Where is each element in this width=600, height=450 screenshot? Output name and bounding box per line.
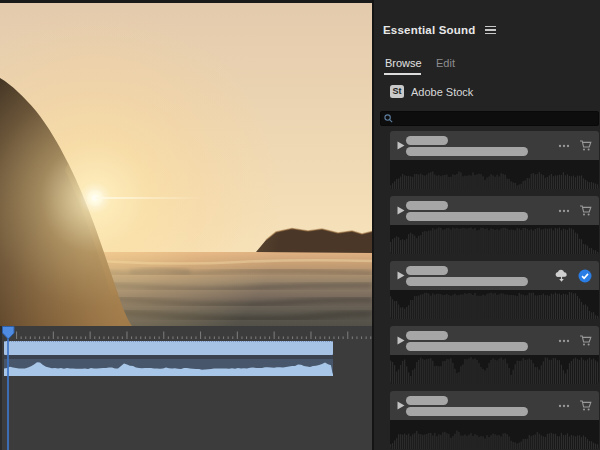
- essential-sound-panel: Essential Sound Browse Edit St Adobe Sto…: [372, 0, 600, 450]
- letterbox-strip: [0, 0, 372, 3]
- audio-preview-waveform[interactable]: [390, 290, 599, 319]
- stock-audio-item-header: [390, 196, 599, 225]
- active-tab-underline: [384, 73, 421, 75]
- stock-audio-item-header: [390, 326, 599, 355]
- stock-audio-item[interactable]: [390, 131, 599, 189]
- track-title-placeholder: [406, 396, 448, 405]
- search-icon: [384, 114, 393, 123]
- audio-preview-waveform[interactable]: [390, 420, 599, 449]
- track-title-placeholder: [406, 201, 448, 210]
- lens-flare: [95, 197, 205, 199]
- video-clip[interactable]: [4, 341, 333, 355]
- add-to-cart-button cart-icon[interactable]: [579, 204, 592, 217]
- stock-audio-item[interactable]: [390, 261, 599, 319]
- add-to-cart-button cart-icon[interactable]: [579, 399, 592, 412]
- timeline-panel[interactable]: [0, 326, 372, 450]
- stock-audio-item[interactable]: [390, 391, 599, 449]
- track-title-placeholder: [406, 266, 448, 275]
- program-monitor[interactable]: [0, 0, 372, 326]
- play-button[interactable]: [397, 141, 405, 150]
- app-window: Essential Sound Browse Edit St Adobe Sto…: [0, 0, 600, 450]
- search-input[interactable]: [393, 113, 595, 125]
- stock-audio-list: [390, 131, 599, 450]
- track-subtitle-placeholder: [406, 147, 528, 156]
- play-button[interactable]: [397, 206, 405, 215]
- add-to-cart-button cart-icon[interactable]: [579, 139, 592, 152]
- play-button[interactable]: [397, 336, 405, 345]
- track-subtitle-placeholder: [406, 407, 528, 416]
- panel-menu-button hamburger-menu-icon[interactable]: [485, 26, 496, 35]
- stock-audio-item[interactable]: [390, 196, 599, 254]
- stock-audio-item-header: [390, 261, 599, 290]
- panel-title: Essential Sound: [383, 24, 475, 36]
- audio-preview-waveform[interactable]: [390, 355, 599, 384]
- adobe-stock-icon: St: [390, 85, 404, 98]
- play-button[interactable]: [397, 271, 405, 280]
- audio-clip-waveform[interactable]: [4, 359, 333, 376]
- adobe-stock-row: St Adobe Stock: [390, 85, 473, 98]
- playhead[interactable]: [2, 326, 15, 340]
- search-field[interactable]: [380, 111, 599, 126]
- add-to-cart-button cart-icon[interactable]: [579, 334, 592, 347]
- track-subtitle-placeholder: [406, 277, 528, 286]
- more-options-button[interactable]: [558, 339, 570, 343]
- adobe-stock-label: Adobe Stock: [411, 86, 473, 98]
- more-options-button[interactable]: [558, 209, 570, 213]
- track-title-placeholder: [406, 331, 448, 340]
- playhead-line: [7, 326, 9, 450]
- audio-preview-waveform[interactable]: [390, 225, 599, 254]
- ruler-ticks: [2, 326, 374, 340]
- track-title-placeholder: [406, 136, 448, 145]
- tab-edit[interactable]: Edit: [436, 57, 455, 69]
- audio-preview-waveform[interactable]: [390, 160, 599, 189]
- cliff-silhouette: [0, 0, 372, 326]
- play-button[interactable]: [397, 401, 405, 410]
- licensed-check-badge check-icon: [578, 269, 592, 283]
- track-subtitle-placeholder: [406, 212, 528, 221]
- cloud-download-button cloud-download-icon[interactable]: [554, 269, 569, 283]
- more-options-button[interactable]: [558, 404, 570, 408]
- stock-audio-item-header: [390, 391, 599, 420]
- timeline-ruler[interactable]: [2, 326, 374, 340]
- tab-browse[interactable]: Browse: [385, 57, 422, 69]
- stock-audio-item[interactable]: [390, 326, 599, 384]
- more-options-button[interactable]: [558, 144, 570, 148]
- track-subtitle-placeholder: [406, 342, 528, 351]
- stock-audio-item-header: [390, 131, 599, 160]
